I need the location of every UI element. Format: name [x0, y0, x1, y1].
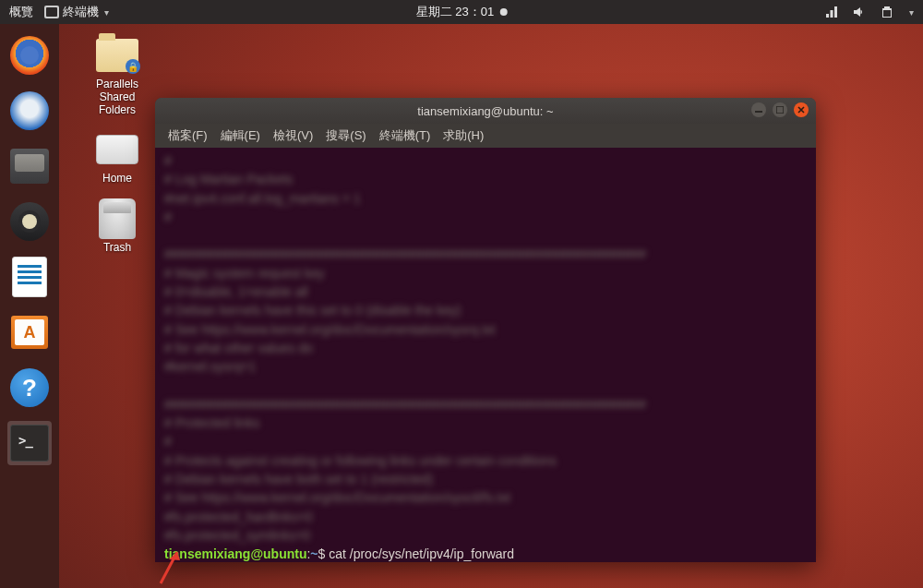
prompt-symbol: $ — [318, 546, 326, 561]
battery-icon — [880, 5, 894, 19]
clock-label[interactable]: 星期二 23：01 — [416, 4, 495, 20]
activities-overview[interactable]: 概覽 — [9, 4, 33, 20]
rhythmbox-launcher[interactable] — [7, 199, 52, 244]
desktop-icon-parallels-shared-folders[interactable]: 🔒 ParallelsSharedFolders — [78, 35, 157, 116]
menu-search[interactable]: 搜尋(S) — [320, 125, 371, 147]
menu-view[interactable]: 檢視(V) — [268, 125, 318, 147]
desktop-icon-label: Trash — [103, 242, 131, 255]
drive-icon — [96, 135, 138, 164]
files-icon — [10, 149, 49, 184]
writer-launcher[interactable] — [7, 255, 52, 299]
thunderbird-launcher[interactable] — [7, 89, 52, 133]
app-menu-label: 終端機 — [63, 4, 99, 20]
software-icon — [11, 316, 48, 349]
files-launcher[interactable] — [7, 144, 52, 188]
lock-badge-icon: 🔒 — [126, 59, 140, 74]
firefox-icon — [10, 36, 49, 75]
trash-icon — [99, 198, 136, 239]
chevron-down-icon: ▾ — [104, 7, 109, 18]
menu-terminal[interactable]: 終端機(T) — [374, 125, 437, 147]
menu-file[interactable]: 檔案(F) — [162, 125, 213, 147]
rhythmbox-icon — [10, 202, 49, 241]
firefox-launcher[interactable] — [7, 33, 52, 78]
power-chevron-icon: ▾ — [909, 7, 914, 18]
menubar: 檔案(F) 編輯(E) 檢視(V) 搜尋(S) 終端機(T) 求助(H) — [155, 124, 816, 148]
maximize-button[interactable] — [773, 102, 787, 117]
terminal-line: tiansemixiang@ubuntu:~$ cat /proc/sys/ne… — [164, 545, 807, 562]
prompt-host: ubuntu — [263, 546, 306, 561]
desktop-icon-label: ParallelsSharedFolders — [96, 78, 138, 116]
svg-rect-1 — [776, 106, 784, 114]
desktop-icons: 🔒 ParallelsSharedFolders Home Trash — [78, 35, 157, 255]
folder-icon: 🔒 — [96, 39, 138, 72]
thunderbird-icon — [10, 91, 49, 130]
desktop-icon-label: Home — [102, 173, 132, 186]
network-icon — [824, 5, 839, 19]
menu-help[interactable]: 求助(H) — [438, 125, 489, 147]
close-button[interactable] — [794, 102, 809, 117]
software-launcher[interactable] — [7, 310, 52, 354]
help-launcher[interactable]: ? — [7, 366, 52, 410]
desktop-icon-home[interactable]: Home — [78, 129, 157, 186]
svg-rect-0 — [755, 111, 762, 113]
terminal-scrollback-blurred: ## Log Martian Packets#net.ipv4.conf.all… — [164, 151, 807, 545]
dock: ? — [0, 24, 59, 588]
menu-edit[interactable]: 編輯(E) — [215, 125, 266, 147]
prompt-path: ~ — [310, 546, 318, 561]
desktop-icon-trash[interactable]: Trash — [78, 198, 157, 255]
minimize-button[interactable] — [751, 102, 766, 117]
volume-icon — [852, 5, 867, 19]
terminal-app-indicator-icon — [44, 6, 59, 18]
terminal-body[interactable]: ## Log Martian Packets#net.ipv4.conf.all… — [155, 148, 816, 562]
window-title: tiansemixiang@ubuntu: ~ — [417, 104, 553, 118]
help-icon: ? — [10, 368, 49, 407]
app-menu[interactable]: 終端機 ▾ — [44, 4, 109, 20]
system-status-area[interactable]: ▾ — [824, 5, 914, 19]
terminal-window: tiansemixiang@ubuntu: ~ 檔案(F) 編輯(E) 檢視(V… — [155, 98, 816, 562]
top-panel: 概覽 終端機 ▾ 星期二 23：01 ▾ — [0, 0, 923, 24]
prompt-user: tiansemixiang — [164, 546, 250, 561]
window-titlebar[interactable]: tiansemixiang@ubuntu: ~ — [155, 98, 816, 124]
writer-icon — [12, 257, 47, 297]
terminal-dock-icon — [10, 425, 49, 462]
terminal-launcher[interactable] — [7, 421, 52, 465]
notification-dot-icon — [499, 8, 507, 16]
command-text: cat /proc/sys/net/ipv4/ip_forward — [329, 546, 514, 561]
